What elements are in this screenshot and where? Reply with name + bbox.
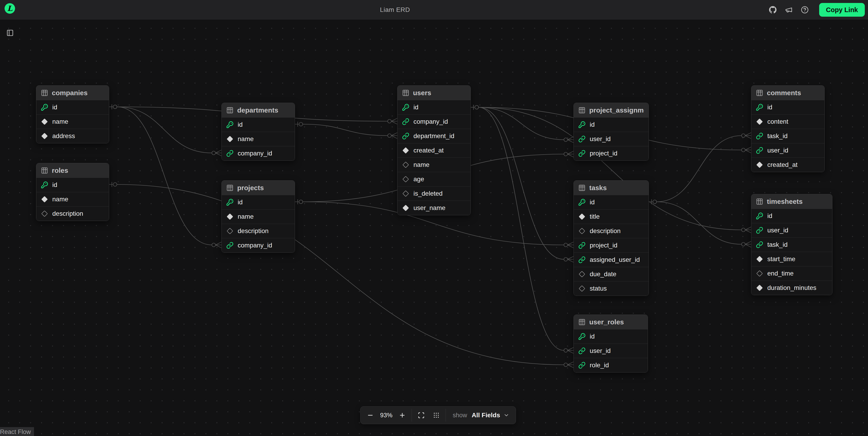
table-row[interactable]: id xyxy=(222,117,295,132)
table-node-departments[interactable]: departments idnamecompany_id xyxy=(221,103,295,161)
not-null-diamond-icon xyxy=(756,161,763,168)
table-rows: iduser_idproject_id xyxy=(574,117,649,160)
copy-link-button[interactable]: Copy Link xyxy=(819,3,865,17)
table-node-projects[interactable]: projects idnamedescriptioncompany_id xyxy=(221,180,295,253)
table-row[interactable]: name xyxy=(398,157,470,172)
table-header[interactable]: tasks xyxy=(574,181,649,195)
table-icon xyxy=(41,89,48,97)
table-row[interactable]: id xyxy=(751,209,832,223)
table-row[interactable]: title xyxy=(574,209,649,224)
table-node-project_assignme[interactable]: project_assignme... iduser_idproject_id xyxy=(574,103,649,161)
table-header[interactable]: comments xyxy=(751,86,825,100)
table-row[interactable]: name xyxy=(222,209,295,224)
table-node-comments[interactable]: comments idcontenttask_iduser_idcreated_… xyxy=(751,85,825,172)
fit-view-button[interactable] xyxy=(414,406,429,424)
table-row[interactable]: department_id xyxy=(398,129,470,143)
table-row[interactable]: role_id xyxy=(574,358,648,372)
table-row[interactable]: company_id xyxy=(398,114,470,129)
table-row[interactable]: user_id xyxy=(574,344,648,358)
table-row[interactable]: age xyxy=(398,172,470,186)
table-row[interactable]: assigned_user_id xyxy=(574,252,649,267)
field-name: id xyxy=(590,121,595,128)
table-row[interactable]: start_time xyxy=(751,252,832,266)
table-row[interactable]: content xyxy=(751,114,825,129)
help-button[interactable] xyxy=(801,6,809,14)
tidy-up-button[interactable] xyxy=(429,406,444,424)
zoom-out-button[interactable] xyxy=(363,406,378,424)
table-row[interactable]: company_id xyxy=(222,238,295,252)
table-header[interactable]: project_assignme... xyxy=(574,103,649,117)
field-name: name xyxy=(52,118,68,125)
primary-key-icon xyxy=(578,121,586,128)
table-row[interactable]: created_at xyxy=(751,157,825,172)
not-null-diamond-icon xyxy=(41,196,48,203)
announcements-button[interactable] xyxy=(785,6,793,14)
table-row[interactable]: user_id xyxy=(751,143,825,157)
show-fields-dropdown[interactable]: All Fields xyxy=(470,406,513,424)
table-node-user_roles[interactable]: user_roles iduser_idrole_id xyxy=(574,315,648,373)
table-header[interactable]: projects xyxy=(222,181,295,195)
erd-canvas[interactable]: companies idnameaddress roles idnamedesc… xyxy=(0,20,868,436)
table-row[interactable]: id xyxy=(222,195,295,209)
table-row[interactable]: id xyxy=(751,100,825,114)
table-node-roles[interactable]: roles idnamedescription xyxy=(36,163,109,221)
table-row[interactable]: description xyxy=(574,224,649,238)
primary-key-icon xyxy=(756,212,763,220)
table-row[interactable]: name xyxy=(36,192,109,206)
field-name: name xyxy=(52,196,68,203)
field-name: company_id xyxy=(238,150,272,157)
liam-logo-icon[interactable]: L xyxy=(5,3,15,14)
table-row[interactable]: description xyxy=(222,224,295,238)
table-row[interactable]: user_id xyxy=(751,223,832,238)
table-header[interactable]: roles xyxy=(36,163,109,178)
table-node-users[interactable]: users idcompany_iddepartment_idcreated_a… xyxy=(397,85,471,215)
table-row[interactable]: user_name xyxy=(398,201,470,215)
table-node-tasks[interactable]: tasks idtitledescriptionproject_idassign… xyxy=(574,180,649,296)
nullable-diamond-icon xyxy=(578,227,586,235)
table-row[interactable]: status xyxy=(574,281,649,295)
github-button[interactable] xyxy=(769,6,777,14)
table-row[interactable]: id xyxy=(574,329,648,344)
table-header[interactable]: user_roles xyxy=(574,315,648,329)
react-flow-attribution[interactable]: React Flow xyxy=(0,427,34,436)
table-row[interactable]: company_id xyxy=(222,146,295,160)
table-row[interactable]: name xyxy=(222,132,295,146)
table-node-companies[interactable]: companies idnameaddress xyxy=(36,85,109,143)
table-row[interactable]: project_id xyxy=(574,238,649,252)
table-row[interactable]: id xyxy=(36,100,109,114)
table-row[interactable]: duration_minutes xyxy=(751,281,832,295)
table-header[interactable]: timesheets xyxy=(751,194,832,209)
table-header[interactable]: users xyxy=(398,86,470,100)
table-rows: idnamedescription xyxy=(36,178,109,221)
not-null-diamond-icon xyxy=(402,147,409,154)
table-icon xyxy=(402,89,409,97)
table-row[interactable]: task_id xyxy=(751,238,832,252)
table-rows: idtitledescriptionproject_idassigned_use… xyxy=(574,195,649,295)
table-row[interactable]: created_at xyxy=(398,143,470,157)
table-rows: idcontenttask_iduser_idcreated_at xyxy=(751,100,825,172)
table-header[interactable]: companies xyxy=(36,86,109,100)
table-row[interactable]: id xyxy=(398,100,470,114)
table-row[interactable]: id xyxy=(574,117,649,132)
table-row[interactable]: address xyxy=(36,129,109,143)
table-node-timesheets[interactable]: timesheets iduser_idtask_idstart_timeend… xyxy=(751,194,832,295)
table-row[interactable]: due_date xyxy=(574,267,649,281)
table-row[interactable]: name xyxy=(36,114,109,129)
table-row[interactable]: is_deleted xyxy=(398,186,470,201)
table-row[interactable]: id xyxy=(574,195,649,209)
table-row[interactable]: description xyxy=(36,206,109,221)
table-row[interactable]: project_id xyxy=(574,146,649,160)
table-row[interactable]: end_time xyxy=(751,266,832,281)
foreign-key-icon xyxy=(578,242,586,249)
table-header[interactable]: departments xyxy=(222,103,295,117)
field-name: content xyxy=(767,118,788,125)
table-row[interactable]: task_id xyxy=(751,129,825,143)
table-row[interactable]: id xyxy=(36,178,109,192)
zoom-in-button[interactable] xyxy=(395,406,410,424)
nullable-diamond-icon xyxy=(402,176,409,183)
nullable-diamond-icon xyxy=(578,285,586,292)
foreign-key-icon xyxy=(756,241,763,248)
table-icon xyxy=(756,198,763,205)
table-row[interactable]: user_id xyxy=(574,132,649,146)
field-name: user_id xyxy=(590,135,611,143)
